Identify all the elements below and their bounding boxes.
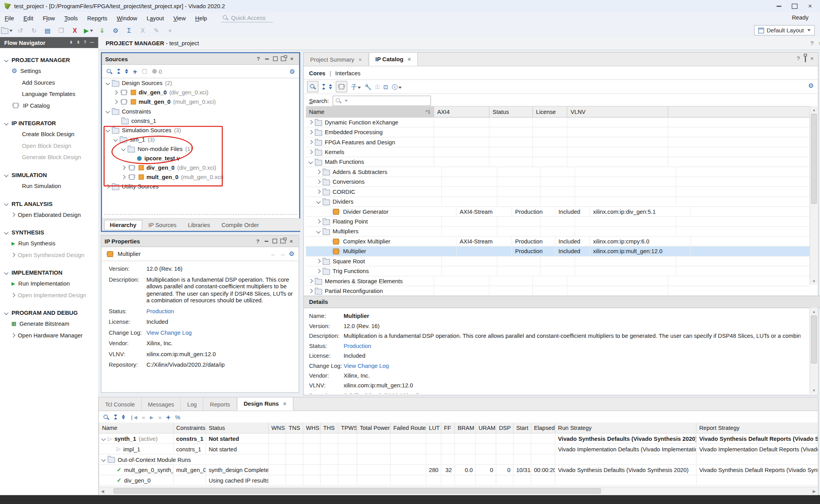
menu-item-file[interactable]: File	[0, 13, 19, 23]
expander-icon[interactable]	[316, 199, 321, 204]
run-column-report-strategy[interactable]: Report Strategy	[696, 422, 818, 433]
sources-tab-compile-order[interactable]: Compile Order	[216, 220, 264, 229]
sources-tree-item-div-gen-0[interactable]: div_gen_0 (div_gen_0.xci)	[102, 88, 299, 97]
flow-nav-section-header[interactable]: IP INTEGRATOR	[0, 117, 98, 128]
float-icon[interactable]	[805, 55, 806, 62]
close-icon[interactable]: ×	[287, 237, 295, 245]
catalog-row-divider-generator[interactable]: Divider GeneratorAXI4-StreamProductionIn…	[306, 207, 810, 217]
chevron-down-icon[interactable]	[4, 172, 8, 177]
flow-nav-section-header[interactable]: IMPLEMENTATION	[0, 267, 98, 278]
run-column-dsp[interactable]: DSP	[496, 422, 513, 433]
redo-button[interactable]: ↻	[27, 25, 41, 36]
chevron-down-icon[interactable]	[4, 270, 8, 275]
tab-reports[interactable]: Reports	[203, 398, 237, 410]
catalog-row-trig-functions[interactable]: Trig Functions	[306, 266, 810, 276]
info-icon[interactable]: ⓘ	[392, 83, 402, 91]
collapse-all-icon[interactable]	[114, 415, 117, 420]
run-column-ths[interactable]: THS	[320, 422, 338, 433]
expander-icon[interactable]	[308, 279, 313, 283]
search-icon[interactable]	[106, 68, 112, 75]
run-column-tns[interactable]: TNS	[286, 422, 303, 433]
expander-icon[interactable]	[113, 90, 118, 94]
catalog-scrollbar[interactable]: ▲ ▼	[809, 106, 818, 285]
run-column-constraints[interactable]: Constraints	[173, 422, 206, 433]
scroll-up-icon[interactable]: ▲	[810, 308, 818, 315]
flow-nav-section-header[interactable]: SYNTHESIS	[0, 227, 98, 238]
expand-all-icon[interactable]	[122, 415, 125, 420]
close-icon[interactable]: ×	[810, 55, 814, 62]
catalog-row-embedded-processing[interactable]: Embedded Processing	[306, 128, 810, 137]
gear-icon[interactable]: ⚙	[289, 251, 294, 257]
expand-all-icon[interactable]	[329, 84, 332, 89]
details-scrollbar[interactable]: ▲ ▼	[809, 308, 818, 394]
flow-nav-item-open-elaborated-design[interactable]: Open Elaborated Design	[0, 209, 98, 220]
catalog-row-math-functions[interactable]: Math Functions	[306, 157, 810, 167]
collapse-all-icon[interactable]	[117, 69, 120, 74]
flow-nav-item-language-templates[interactable]: Language Templates	[0, 88, 98, 99]
copy-button[interactable]: ❐	[54, 25, 68, 36]
expander-icon[interactable]	[316, 170, 321, 174]
play-run-icon[interactable]: ▶	[150, 414, 153, 419]
expander-icon[interactable]	[308, 289, 313, 293]
flow-nav-item-generate-bitstream[interactable]: ⊞Generate Bitstream	[0, 318, 98, 329]
run-row-synth-1[interactable]: ▷synth_1 (active)constrs_1Not startedViv…	[99, 433, 818, 444]
scrollbar-thumb[interactable]	[811, 114, 817, 204]
expander-icon[interactable]	[316, 259, 321, 263]
minimize-icon[interactable]	[262, 55, 271, 63]
percent-icon[interactable]: %	[175, 414, 180, 420]
expander-icon[interactable]	[308, 130, 313, 134]
run-column-tpws[interactable]: TPWS	[338, 422, 357, 433]
gear-icon[interactable]: ⚙	[808, 83, 814, 89]
catalog-row-partial-reconfiguration[interactable]: Partial Reconfiguration	[306, 286, 810, 296]
flow-nav-item-run-synthesis[interactable]: ▶Run Synthesis	[0, 238, 98, 249]
float-icon[interactable]	[279, 237, 287, 245]
maximize-icon[interactable]	[270, 237, 278, 245]
expander-icon[interactable]	[105, 109, 110, 113]
scrollbar-thumb[interactable]	[114, 488, 601, 493]
chevron-down-icon[interactable]	[4, 230, 8, 234]
chevron-down-icon[interactable]	[4, 121, 8, 125]
close-button[interactable]: ×	[802, 1, 818, 11]
menu-item-reports[interactable]: Reports	[82, 13, 112, 23]
hide-incompatible-ip-icon[interactable]	[336, 81, 347, 92]
subtab-cores[interactable]: Cores	[309, 70, 326, 76]
chevron-right-icon[interactable]	[11, 333, 15, 337]
help-icon[interactable]: ?	[254, 55, 262, 63]
horizontal-scrollbar[interactable]: ◀ ▶	[99, 487, 818, 495]
scroll-down-icon[interactable]: ▼	[810, 387, 818, 394]
device-icon[interactable]: ⊡	[383, 83, 388, 90]
flow-nav-section-header[interactable]: RTL ANALYSIS	[0, 198, 98, 209]
flow-nav-item-run-simulation[interactable]: Run Simulation	[0, 180, 98, 192]
scroll-left-icon[interactable]: ◀	[99, 489, 106, 493]
field-value[interactable]: Production	[146, 308, 293, 315]
flow-nav-section-header[interactable]: PROJECT MANAGER	[0, 54, 98, 65]
expander-icon[interactable]	[308, 150, 313, 154]
chevron-down-icon[interactable]	[4, 58, 8, 62]
search-icon[interactable]	[103, 414, 109, 420]
tab-tcl-console[interactable]: Tcl Console	[99, 398, 142, 410]
tab-project-summary[interactable]: Project Summary×	[304, 53, 369, 66]
scroll-right-icon[interactable]: ▶	[811, 489, 818, 493]
catalog-row-multipliers[interactable]: Multipliers	[306, 227, 810, 236]
expander-icon[interactable]	[316, 269, 321, 273]
search-icon[interactable]	[307, 81, 318, 92]
gear-icon[interactable]: ⚙	[289, 68, 295, 75]
catalog-row-cordic[interactable]: CORDIC	[306, 187, 810, 197]
column-header-axi4[interactable]: AXI4	[434, 106, 490, 117]
sources-tab-libraries[interactable]: Libraries	[183, 220, 215, 229]
menu-item-help[interactable]: Help	[191, 13, 212, 23]
tab-ip-catalog[interactable]: IP Catalog×	[369, 52, 418, 66]
run-row-out-of-context-module-runs[interactable]: Out-of-Context Module Runs	[99, 454, 818, 465]
chevron-right-icon[interactable]	[11, 213, 15, 217]
expander-icon[interactable]	[316, 190, 321, 194]
catalog-row-multiplier[interactable]: MultiplierProductionIncludedxilinx.com:i…	[306, 247, 810, 256]
catalog-row-square-root[interactable]: Square Root	[306, 256, 810, 266]
minimize-panel-icon[interactable]: —	[90, 40, 94, 45]
run-column-bram[interactable]: BRAM	[455, 422, 476, 433]
chevron-down-icon[interactable]	[4, 201, 8, 206]
run-column-start[interactable]: Start	[513, 422, 531, 433]
flow-nav-item-run-implementation[interactable]: ▶Run Implementation	[0, 278, 98, 289]
step-button[interactable]: ⇓	[95, 25, 109, 36]
expander-icon[interactable]	[316, 229, 321, 233]
run-column-elapsed[interactable]: Elapsed	[531, 422, 555, 433]
